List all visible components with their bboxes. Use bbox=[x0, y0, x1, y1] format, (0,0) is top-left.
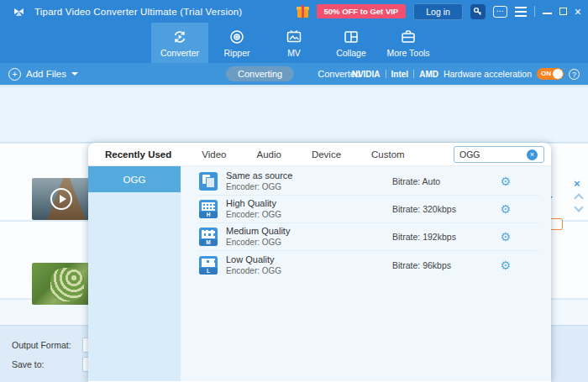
tab-ripper[interactable]: Ripper bbox=[208, 23, 265, 63]
settings-gear-icon[interactable]: ⚙ bbox=[500, 259, 511, 271]
ripper-icon bbox=[228, 29, 245, 45]
preset-high-quality[interactable]: H High Quality Encoder: OGG Bitrate: 320… bbox=[199, 196, 539, 223]
preset-medium-quality[interactable]: M Medium Quality Encoder: OGG Bitrate: 1… bbox=[199, 223, 539, 251]
popup-sidebar: OGG bbox=[88, 166, 181, 381]
settings-gear-icon[interactable]: ⚙ bbox=[500, 203, 511, 215]
app-logo-icon bbox=[12, 4, 26, 18]
amd-label: AMD bbox=[419, 70, 438, 79]
format-popup: Recently Used Video Audio Device Custom … bbox=[88, 143, 551, 382]
video-thumbnail-pier[interactable] bbox=[32, 178, 91, 220]
popup-tab-custom[interactable]: Custom bbox=[371, 149, 405, 160]
settings-gear-icon[interactable]: ⚙ bbox=[500, 175, 511, 187]
popup-tab-audio[interactable]: Audio bbox=[256, 149, 281, 160]
feedback-icon[interactable]: ⋯ bbox=[493, 6, 507, 18]
converter-icon bbox=[171, 29, 188, 45]
tab-mv[interactable]: MV bbox=[265, 23, 323, 63]
help-icon[interactable]: ? bbox=[569, 69, 580, 80]
hw-accel-toggle[interactable]: ON bbox=[537, 68, 564, 80]
more-tools-icon bbox=[400, 29, 417, 45]
sidebar-item-ogg[interactable]: OGG bbox=[88, 166, 181, 192]
popup-tab-recently-used[interactable]: Recently Used bbox=[105, 149, 171, 160]
preset-same-as-source[interactable]: Same as source Encoder: OGG Bitrate: Aut… bbox=[199, 168, 539, 196]
settings-gear-icon[interactable]: ⚙ bbox=[500, 231, 511, 243]
titlebar-separator bbox=[534, 6, 535, 17]
promo-badge[interactable]: 50% OFF to Get VIP bbox=[317, 4, 407, 18]
remove-file-icon[interactable]: × bbox=[574, 177, 580, 190]
clear-search-icon[interactable]: × bbox=[527, 149, 538, 160]
plus-icon: + bbox=[8, 68, 21, 81]
toolbar: + Add Files Converting Converted NVIDIA … bbox=[0, 63, 588, 85]
tab-converter[interactable]: Converter bbox=[151, 23, 208, 63]
preset-list: Same as source Encoder: OGG Bitrate: Aut… bbox=[181, 166, 551, 381]
login-button[interactable]: Log in bbox=[413, 3, 463, 20]
maximize-button[interactable] bbox=[559, 8, 567, 15]
menu-icon[interactable] bbox=[515, 7, 527, 17]
output-format-label: Output Format: bbox=[12, 340, 76, 350]
titlebar: Tipard Video Converter Ultimate (Trial V… bbox=[0, 0, 588, 23]
main-nav: Converter Ripper MV Collage More Tools bbox=[0, 23, 588, 63]
popup-tabs: Recently Used Video Audio Device Custom … bbox=[88, 143, 551, 166]
intel-label: Intel bbox=[391, 70, 409, 79]
tab-converted[interactable]: Converted bbox=[316, 66, 362, 81]
preset-low-quality[interactable]: L Low Quality Encoder: OGG Bitrate: 96kb… bbox=[199, 251, 539, 279]
app-title: Tipard Video Converter Ultimate (Trial V… bbox=[34, 7, 242, 17]
low-quality-icon: L bbox=[199, 256, 218, 275]
collage-icon bbox=[343, 29, 360, 45]
hardware-acceleration: NVIDIA Intel AMD Hardware acceleration O… bbox=[352, 68, 580, 80]
search-input[interactable] bbox=[454, 149, 525, 160]
hw-accel-label: Hardware acceleration bbox=[444, 69, 532, 79]
play-icon[interactable] bbox=[50, 188, 72, 210]
gift-icon[interactable] bbox=[297, 5, 309, 18]
chevron-down-icon bbox=[71, 72, 78, 76]
video-thumbnail-terraces[interactable] bbox=[32, 263, 91, 305]
format-search-box: × bbox=[454, 146, 544, 163]
file-row-selected[interactable] bbox=[0, 87, 588, 143]
popup-tab-video[interactable]: Video bbox=[202, 149, 226, 160]
app-window: Tipard Video Converter Ultimate (Trial V… bbox=[0, 0, 588, 382]
register-key-icon[interactable] bbox=[470, 4, 486, 19]
close-button[interactable]: × bbox=[575, 6, 581, 18]
high-quality-icon: H bbox=[199, 200, 218, 218]
tab-converting[interactable]: Converting bbox=[226, 66, 294, 81]
medium-quality-icon: M bbox=[199, 228, 218, 246]
popup-tab-device[interactable]: Device bbox=[312, 149, 341, 160]
same-as-source-icon bbox=[199, 172, 218, 191]
tab-more-tools[interactable]: More Tools bbox=[380, 23, 437, 63]
tab-collage[interactable]: Collage bbox=[323, 23, 380, 63]
minimize-button[interactable] bbox=[543, 13, 552, 14]
save-to-label: Save to: bbox=[12, 359, 76, 369]
mv-icon bbox=[286, 29, 302, 45]
add-files-button[interactable]: + Add Files bbox=[8, 68, 78, 81]
